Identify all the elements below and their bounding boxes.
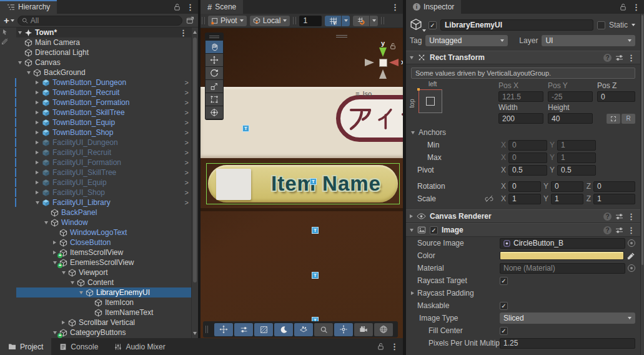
- tab-audio-mixer[interactable]: Audio Mixer: [106, 338, 173, 355]
- raw-mode-button[interactable]: R: [622, 114, 635, 124]
- pos-y-field[interactable]: -25: [548, 91, 593, 102]
- presets-icon[interactable]: [615, 227, 623, 234]
- layers-tool[interactable]: [294, 323, 313, 336]
- presets-icon[interactable]: [615, 213, 623, 220]
- width-field[interactable]: 200: [498, 113, 543, 124]
- collapse-arrow-icon[interactable]: [77, 291, 84, 294]
- material-field[interactable]: None (Material): [500, 263, 625, 274]
- toolbar-grip[interactable]: [293, 17, 296, 24]
- text-gizmo-icon[interactable]: T: [312, 227, 319, 234]
- expand-arrow-icon[interactable]: [34, 181, 41, 184]
- scene-viewport[interactable]: ≡Iso y x Item Name: [201, 28, 403, 338]
- tree-row-categorybuttons[interactable]: +CategoryButtons: [0, 328, 191, 338]
- kebab-menu-icon[interactable]: ⋮: [627, 226, 635, 234]
- orientation-gizmo[interactable]: y x: [360, 39, 403, 89]
- hierarchy-scrollbar[interactable]: [191, 28, 198, 338]
- collapse-arrow-icon[interactable]: [25, 71, 32, 74]
- min-x-field[interactable]: 0: [508, 140, 547, 151]
- tree-row-canvas[interactable]: Canvas: [0, 58, 191, 68]
- image-header[interactable]: ✓ Image ? ⋮: [406, 223, 640, 237]
- help-icon[interactable]: ?: [603, 212, 612, 221]
- object-picker-icon[interactable]: [628, 264, 635, 272]
- collapse-arrow-icon[interactable]: [60, 271, 67, 274]
- tree-row-window[interactable]: Window: [0, 218, 191, 228]
- kebab-menu-icon[interactable]: ⋮: [627, 212, 635, 221]
- text-gizmo-icon[interactable]: T: [310, 178, 317, 185]
- collapse-arrow-icon[interactable]: [34, 201, 41, 204]
- toolbar-grip[interactable]: [206, 326, 208, 333]
- expand-arrow-icon[interactable]: [34, 191, 41, 194]
- scale-y-field[interactable]: 1: [551, 194, 583, 204]
- expand-arrow-icon[interactable]: [411, 291, 414, 295]
- collapse-arrow-icon[interactable]: [69, 281, 76, 284]
- scrollbar-thumb[interactable]: [193, 38, 197, 282]
- object-picker-icon[interactable]: [628, 239, 635, 247]
- raycast-target-checkbox[interactable]: ✓: [500, 277, 508, 285]
- expand-arrow-icon[interactable]: [34, 131, 41, 134]
- tree-row-background[interactable]: BackGround: [0, 68, 191, 78]
- gameobject-icon[interactable]: [410, 18, 425, 32]
- tree-row-itemicon[interactable]: ItemIcon: [0, 298, 191, 308]
- ppu-field[interactable]: 1.25: [500, 338, 635, 349]
- expand-arrow-icon[interactable]: [51, 241, 58, 244]
- pos-x-field[interactable]: 121.5: [498, 91, 543, 102]
- collapse-arrow-icon[interactable]: [42, 221, 49, 224]
- expand-arrow-icon[interactable]: [34, 81, 41, 84]
- transform-tool[interactable]: [206, 106, 223, 119]
- gameobject-name-field[interactable]: LibraryEnemyUI: [440, 19, 593, 31]
- rect-tool[interactable]: [206, 93, 223, 106]
- blueprint-mode-button[interactable]: [607, 114, 620, 124]
- prefab-open-chevron-icon[interactable]: >: [185, 99, 189, 106]
- sliders-tool[interactable]: [234, 323, 253, 336]
- library-enemy-button[interactable]: Item Name: [208, 165, 398, 202]
- tab-inspector[interactable]: i Inspector: [406, 0, 461, 14]
- move-tool[interactable]: [206, 54, 223, 66]
- scroll-down-icon[interactable]: [193, 332, 197, 335]
- tree-row-facilityui-shop[interactable]: FacilityUI_Shop>: [0, 188, 191, 198]
- grid-size-field[interactable]: 1: [299, 16, 322, 26]
- expand-arrow-icon[interactable]: [34, 101, 41, 104]
- tree-row-main-camera[interactable]: Main Camera: [0, 38, 191, 48]
- kebab-menu-icon[interactable]: ⋮: [627, 54, 635, 62]
- expand-arrow-icon[interactable]: [34, 161, 41, 164]
- lock-icon[interactable]: [377, 342, 384, 351]
- expand-arrow-icon[interactable]: [51, 251, 58, 254]
- expand-arrow-icon[interactable]: [34, 151, 41, 154]
- scene-row-town[interactable]: Town* ⋮: [0, 28, 191, 38]
- gizmo-mode-label[interactable]: ≡Iso: [355, 90, 372, 98]
- link-broken-icon[interactable]: [485, 195, 493, 202]
- prefab-open-chevron-icon[interactable]: >: [185, 119, 189, 126]
- tag-dropdown[interactable]: Untagged: [425, 35, 508, 46]
- pivot-toggle-button[interactable]: Pivot: [208, 16, 247, 26]
- tree-row-townbutton-formation[interactable]: TownButton_Formation>: [0, 98, 191, 108]
- kebab-menu-icon[interactable]: ⋮: [632, 3, 640, 11]
- prefab-open-chevron-icon[interactable]: >: [185, 199, 189, 206]
- gizmos-tool[interactable]: [334, 323, 353, 336]
- search-input[interactable]: All: [17, 16, 182, 26]
- prefab-open-chevron-icon[interactable]: >: [185, 169, 189, 176]
- collapse-arrow-icon[interactable]: [411, 131, 415, 134]
- expand-arrow-icon[interactable]: [34, 91, 41, 94]
- scene-kebab-icon[interactable]: ⋮: [179, 29, 187, 37]
- tree-row-windowlogotext[interactable]: WindowLogoText: [0, 228, 191, 238]
- anchor-preset-button[interactable]: [419, 89, 442, 113]
- tree-row-enemiesscrollview[interactable]: +EnemiesScrollView: [0, 258, 191, 268]
- kebab-menu-icon[interactable]: ⋮: [186, 3, 194, 11]
- search-tool[interactable]: [314, 323, 333, 336]
- gizmo-left-cone[interactable]: [365, 59, 374, 66]
- collapse-arrow-icon[interactable]: [51, 261, 58, 264]
- prefab-open-chevron-icon[interactable]: >: [185, 179, 189, 186]
- globe-tool[interactable]: [374, 323, 393, 336]
- expand-arrow-icon[interactable]: [34, 111, 41, 114]
- prefab-open-chevron-icon[interactable]: >: [185, 189, 189, 196]
- grid-snap-button[interactable]: Y: [325, 16, 341, 26]
- new-window-button[interactable]: [184, 16, 196, 26]
- maskable-checkbox[interactable]: ✓: [500, 302, 508, 310]
- tab-project[interactable]: Project: [0, 338, 51, 355]
- prefab-open-chevron-icon[interactable]: >: [185, 139, 189, 146]
- prefab-open-chevron-icon[interactable]: >: [185, 79, 189, 86]
- tree-row-facilityui-library[interactable]: FacilityUI_Library>: [0, 198, 191, 208]
- component-checkbox[interactable]: ✓: [430, 226, 438, 234]
- scale-x-field[interactable]: 1: [508, 194, 541, 204]
- tree-row-townbutton-dungeon[interactable]: TownButton_Dungeon>: [0, 78, 191, 88]
